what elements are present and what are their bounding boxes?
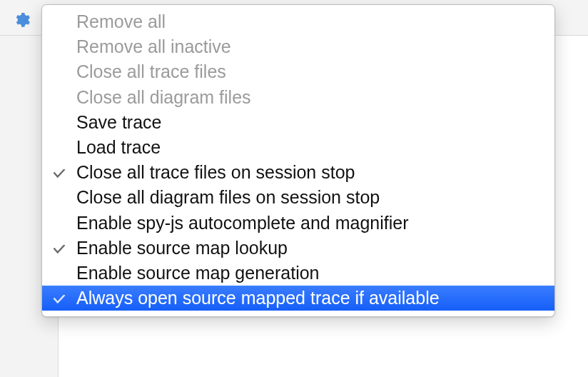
menu-item-label: Enable source map generation [76,261,544,286]
menu-item-remove-all[interactable]: Remove all [42,9,554,34]
menu-item-enable-source-map-generation[interactable]: Enable source map generation [42,261,554,286]
menu-item-close-diagram-on-stop[interactable]: Close all diagram files on session stop [42,185,554,210]
menu-item-always-open-source-mapped[interactable]: Always open source mapped trace if avail… [42,286,554,311]
menu-item-load-trace[interactable]: Load trace [42,135,554,160]
menu-item-label: Save trace [76,110,544,135]
menu-item-label: Close all diagram files on session stop [76,185,544,210]
settings-button[interactable] [14,13,33,31]
check-icon [42,286,76,311]
menu-item-label: Enable spy-js autocomplete and magnifier [76,211,544,236]
menu-item-label: Remove all inactive [76,34,544,59]
gear-icon [16,12,31,32]
menu-item-label: Close all trace files on session stop [76,160,544,185]
menu-item-label: Close all diagram files [76,85,544,110]
menu-item-enable-source-map-lookup[interactable]: Enable source map lookup [42,236,554,261]
menu-item-close-all-diagram-files[interactable]: Close all diagram files [42,85,554,110]
menu-item-label: Always open source mapped trace if avail… [76,286,544,311]
menu-item-label: Remove all [76,9,544,34]
menu-item-close-trace-on-stop[interactable]: Close all trace files on session stop [42,160,554,185]
menu-item-enable-spyjs-autocomplete[interactable]: Enable spy-js autocomplete and magnifier [42,211,554,236]
settings-dropdown-menu: Remove all Remove all inactive Close all… [41,4,555,317]
menu-item-close-all-trace-files[interactable]: Close all trace files [42,59,554,84]
menu-item-label: Enable source map lookup [76,236,544,261]
menu-item-save-trace[interactable]: Save trace [42,110,554,135]
check-icon [42,236,76,261]
menu-item-label: Close all trace files [76,59,544,84]
menu-item-remove-all-inactive[interactable]: Remove all inactive [42,34,554,59]
menu-item-label: Load trace [76,135,544,160]
check-icon [42,160,76,185]
